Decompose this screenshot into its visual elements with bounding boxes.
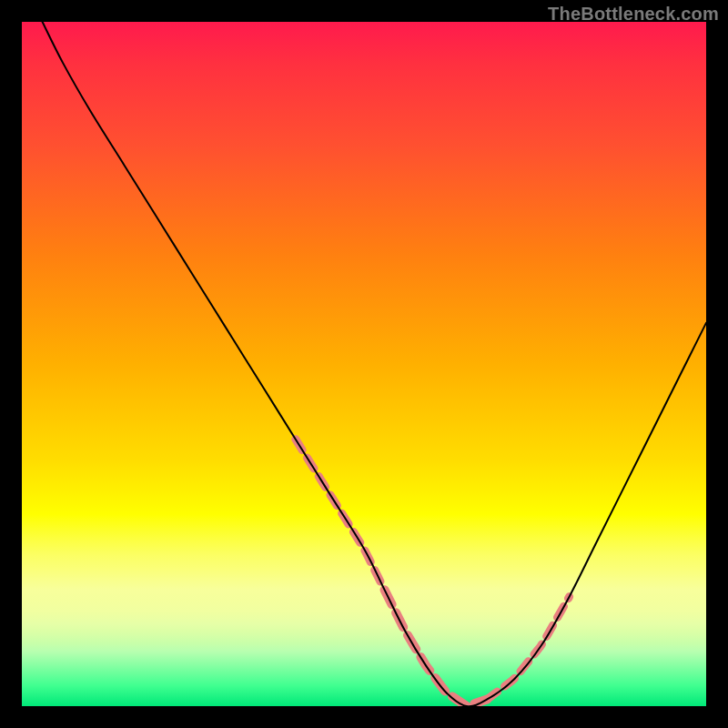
bottleneck-chart: [22, 22, 706, 706]
highlight-valley: [385, 590, 488, 706]
highlight-segments: [296, 440, 570, 706]
bottleneck-curve-path: [43, 22, 706, 706]
highlight-right-shoulder: [487, 597, 569, 700]
